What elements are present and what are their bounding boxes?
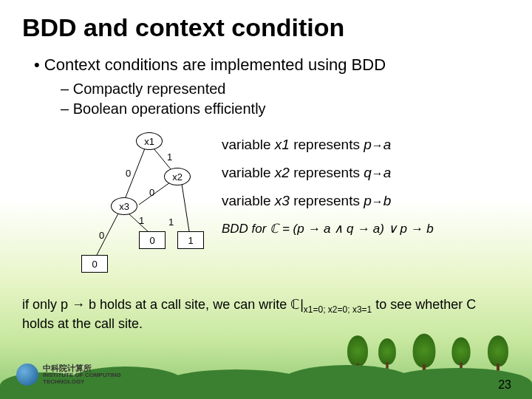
- arrow-icon: →: [372, 139, 383, 151]
- edge-label-x3-0: 0: [99, 230, 104, 241]
- legend-3-c: represents: [290, 193, 364, 208]
- bullet-sub-1: Compactly represented: [61, 81, 510, 98]
- legend: variable x1 represents p→a variable x2 r…: [222, 131, 510, 286]
- svg-line-3: [182, 184, 189, 231]
- legend-line-2: variable x2 represents q→a: [222, 165, 510, 181]
- legend-line-1: variable x1 represents p→a: [222, 137, 510, 153]
- legend-line-3: variable x3 represents p→b: [222, 193, 510, 209]
- bullet-main: Context conditions are implemented using…: [34, 55, 510, 75]
- bdd-terminal-0a: 0: [81, 255, 108, 273]
- edge-label-x1-0: 0: [126, 168, 131, 179]
- bullet-sub-2: Boolean operations efficiently: [61, 100, 510, 117]
- legend-2-q: q: [364, 165, 372, 180]
- bdd-terminal-0b: 0: [139, 231, 166, 249]
- legend-1-a2: a: [383, 137, 392, 152]
- page-number: 23: [498, 378, 511, 392]
- legend-1-c: represents: [290, 137, 364, 152]
- edge-label-x1-1: 1: [167, 151, 172, 163]
- edge-label-x3-1: 1: [139, 215, 144, 226]
- slide-title: BDD and context condition: [22, 13, 510, 42]
- legend-3-a: variable: [222, 193, 275, 208]
- bdd-formula: BDD for ℂ = (p → a ∧ q → a) ∨ p → b: [222, 221, 510, 236]
- bdd-node-x2: x2: [164, 168, 191, 185]
- legend-3-b: b: [383, 193, 392, 208]
- footer-subscript: x1=0; x2=0; x3=1: [304, 304, 372, 315]
- bdd-terminal-1: 1: [177, 231, 204, 249]
- footer-sentence: if only p → b holds at a call site, we c…: [22, 296, 488, 333]
- logo-mark-icon: [16, 364, 38, 386]
- bdd-node-x3: x3: [111, 197, 137, 215]
- legend-2-c: represents: [290, 165, 364, 180]
- legend-2-a: variable: [222, 165, 275, 180]
- legend-3-var: x3: [275, 193, 290, 208]
- bdd-diagram: x1 x2 x3 0 0 1 1 0 0 1 0 1: [22, 131, 222, 286]
- bdd-node-x1: x1: [136, 132, 163, 150]
- legend-1-var: x1: [275, 137, 290, 152]
- legend-1-a: variable: [222, 137, 275, 152]
- institute-logo: 中科院计算所 INSTITUTE OF COMPUTING TECHNOLOGY: [16, 364, 121, 386]
- legend-2-var: x2: [275, 165, 290, 180]
- legend-2-a2: a: [383, 165, 392, 180]
- logo-en2: TECHNOLOGY: [43, 379, 121, 385]
- arrow-icon: →: [372, 167, 383, 180]
- legend-1-p: p: [364, 137, 372, 152]
- legend-3-p: p: [364, 193, 372, 208]
- arrow-icon: →: [372, 195, 383, 208]
- footer-a: if only p → b holds at a call site, we c…: [22, 297, 304, 312]
- logo-text: 中科院计算所 INSTITUTE OF COMPUTING TECHNOLOGY: [43, 364, 121, 385]
- edge-label-x2-0: 0: [149, 187, 154, 198]
- edge-label-x2-1: 1: [168, 216, 174, 228]
